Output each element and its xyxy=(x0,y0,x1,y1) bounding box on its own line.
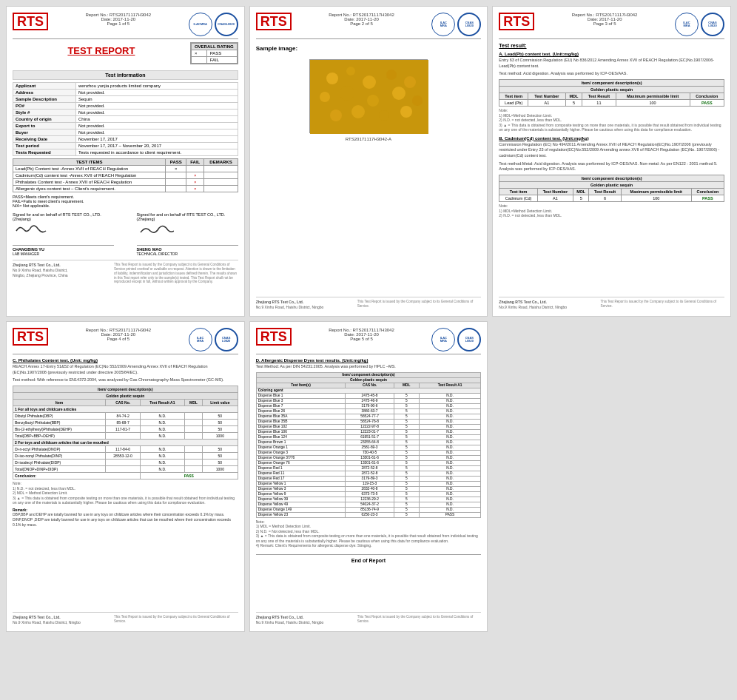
sample-image-svg xyxy=(310,60,428,134)
limit-dehp: 50 xyxy=(203,426,238,433)
dye-row: Disperse Blue 7 3179-90-6 5 N.D. xyxy=(256,403,481,408)
dye-cas: 3179-90-6 xyxy=(346,403,394,408)
group-header-row: 1 For all toys and childcare articles xyxy=(13,406,238,413)
svg-point-11 xyxy=(330,110,342,121)
dye-mdl: 5 xyxy=(394,445,419,450)
dye-row: Disperse Blue 35A 56524-77-7 5 N.D. xyxy=(256,414,481,419)
dye-mdl: 5 xyxy=(394,398,419,403)
result-dehp: N.D. xyxy=(140,426,184,433)
info-value: November 17, 2017 xyxy=(76,136,238,143)
mdl-dnop xyxy=(184,446,202,453)
dye-mdl: 5 xyxy=(394,408,419,414)
dye-result: N.D. xyxy=(419,393,481,398)
mdl-bbp xyxy=(184,420,202,426)
dye-row: Disperse Blue 102 12222-97-8 5 N.D. xyxy=(256,424,481,429)
col-test-item-b: Test item xyxy=(499,189,537,195)
sig-left-title: Signed for and on behalf of RTS TEST CO.… xyxy=(13,212,114,221)
dye-mdl: 5 xyxy=(394,455,419,460)
dye-name: Disperse Red 17 xyxy=(256,476,346,481)
dye-result: N.D. xyxy=(419,465,481,471)
col-item-c: Item xyxy=(13,400,106,406)
phthalate-row: Di-isodecyl Phthalate(DIDP) N.D. 50 xyxy=(13,460,238,466)
info-value: Sequin xyxy=(76,96,238,103)
pass-mark xyxy=(166,179,186,186)
info-label: Applicant xyxy=(13,83,76,90)
dye-result: N.D. xyxy=(419,434,481,440)
test-info-table: Applicantwenzhou yunjia products limited… xyxy=(13,82,238,156)
dye-row: Disperse Blue 35B 56524-76-8 5 N.D. xyxy=(256,419,481,424)
overall-rating-label: OVERALL RATING xyxy=(191,44,237,50)
dye-cas: 12223-01-7 xyxy=(346,429,394,434)
cas-total1 xyxy=(106,433,141,440)
dye-result: N.D. xyxy=(419,471,481,476)
col-result-b: Test Result xyxy=(589,189,621,195)
result-didp: N.D. xyxy=(140,460,184,466)
phthalate-row: Total(DBP+BBP+DEHP) N.D. 1000 xyxy=(13,433,238,440)
pass-marker: × xyxy=(191,50,206,57)
limit-dinp: 50 xyxy=(203,453,238,460)
legend-na: N/A= Not applicable. xyxy=(13,203,238,208)
sig-left-role: LAB MANAGER xyxy=(13,252,114,256)
dye-mdl: 5 xyxy=(394,476,419,481)
cas-dnop: 117-84-0 xyxy=(106,446,141,453)
svg-point-6 xyxy=(320,92,330,102)
section-a-method: Test method: Acid digestion. Analysis wa… xyxy=(499,71,724,77)
page-3: RTS Report No.: RTS20171117H3042 Date: 2… xyxy=(492,6,731,317)
col-mdl-b: MDL xyxy=(573,189,589,195)
info-row: Sample DescriptionSequin xyxy=(13,96,238,103)
dye-cas: 23355-64-8 xyxy=(346,440,394,445)
section-b-component-val: Golden plastic sequin xyxy=(499,182,724,189)
dye-result: N.D. xyxy=(419,455,481,460)
info-row: AddressNot provided. xyxy=(13,90,238,96)
test-item-name: Allergenic dyes content test – Client's … xyxy=(13,186,166,192)
fail-marker xyxy=(191,57,206,64)
section-a-component: Item/ component description(s) xyxy=(499,80,724,87)
test-item-row: Lead(Pb) Content test -Annex XVII of REA… xyxy=(13,166,238,172)
dye-row: Disperse Orange 1 2581-69-3 5 N.D. xyxy=(256,445,481,450)
dye-result: N.D. xyxy=(419,440,481,445)
result-bbp: N.D. xyxy=(140,420,184,426)
limit-total1: 1000 xyxy=(203,433,238,440)
dye-result: N.D. xyxy=(419,450,481,455)
mdl-didp xyxy=(184,460,202,466)
info-label: Export to xyxy=(13,123,76,129)
col-test-items: TEST ITEMS xyxy=(13,159,166,166)
test-item-row: Cadmium(Cd) content test -Annex XVII of … xyxy=(13,172,238,179)
dye-cas: 13301-61-6 xyxy=(346,460,394,465)
dye-cas: 119-15-3 xyxy=(346,481,394,486)
item-dinp: Di-iso-nonyl Phthalate(DINP) xyxy=(13,453,106,460)
test-info-title: Test information xyxy=(13,70,238,80)
col-result: Test Result xyxy=(582,93,616,100)
section-a-notes: Note: 1) MDL=Method Detection Limit. 2) … xyxy=(499,108,724,132)
result-dinp: N.D. xyxy=(140,453,184,460)
cnas-logo-p5: CNASL0820 xyxy=(457,328,481,351)
test-item-name: Phthalates Content test - Annex XVII of … xyxy=(13,179,166,186)
mdl-dinp xyxy=(184,453,202,460)
section-c-notes: Note: 1) N.D. = not detected, less than … xyxy=(13,481,238,505)
dye-result: N.D. xyxy=(419,476,481,481)
limit-val: 100 xyxy=(616,100,690,107)
rts-logo-p3: RTS xyxy=(499,13,534,30)
col-conclusion-b: Conclusion xyxy=(691,189,724,195)
dye-row: Disperse Yellow 9 6373-73-5 5 N.D. xyxy=(256,491,481,497)
limit-bbp: 50 xyxy=(203,420,238,426)
info-row: Tests RequestedTests requested in accord… xyxy=(13,149,238,156)
mdl-dbp xyxy=(184,413,202,420)
dye-mdl: 5 xyxy=(394,440,419,445)
dye-cas: 2581-69-3 xyxy=(346,445,394,450)
test-item-row: Phthalates Content test - Annex XVII of … xyxy=(13,179,238,186)
footer-address-p5: Zhejiang RTS Test Co., Ltd. No.9 Xinhu R… xyxy=(256,615,324,625)
header-info-p4: Report No.: RTS20171117H3042 Date: 2017-… xyxy=(48,328,189,341)
svg-point-8 xyxy=(367,95,379,107)
info-label: Tests Requested xyxy=(13,149,76,156)
footer-address-p2: Zhejiang RTS Test Co., Ltd. No.9 Xinhu R… xyxy=(256,300,324,310)
sample-image-area: RTS20171117H3042-A xyxy=(256,59,482,141)
dye-result: N.D. xyxy=(419,507,481,512)
footer-address-p1: Zhejiang RTS Test Co., Ltd. No.9 Xinhu R… xyxy=(13,263,68,278)
info-row: Country of originChina xyxy=(13,116,238,123)
dye-row: Disperse Blue 3 2475-46-9 5 N.D. xyxy=(256,398,481,403)
ilac-logo-p5: ILACMRA xyxy=(431,328,455,351)
item-dehp: Bis-(2-ethylhexyl)Phthalate(DEHP) xyxy=(13,426,106,433)
section-c-component: Item/ component description(s) xyxy=(13,386,238,393)
info-label: Sample Description xyxy=(13,96,76,103)
